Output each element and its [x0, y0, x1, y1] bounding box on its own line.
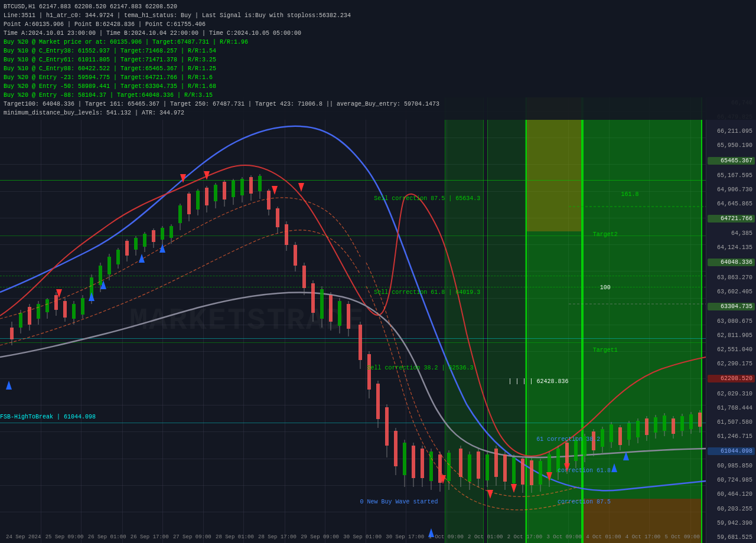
- price-62811: 62,811.905: [708, 332, 755, 339]
- svg-rect-101: [459, 449, 462, 477]
- header-line12: minimum_distance_buy_levels: 541.132 | A…: [4, 109, 752, 117]
- svg-rect-23: [107, 257, 111, 274]
- time-7: 29 Sep 09:00: [301, 534, 339, 540]
- time-16: 5 Oct 09:00: [665, 534, 700, 540]
- svg-rect-107: [485, 454, 489, 480]
- svg-rect-75: [338, 301, 341, 326]
- svg-rect-63: [285, 224, 288, 245]
- svg-rect-31: [143, 234, 146, 247]
- header-line1: Line:3511 | h1_atr_c0: 344.9724 | tema_h…: [4, 11, 752, 20]
- svg-rect-85: [385, 407, 389, 446]
- header-line3: Time A:2024.10.01 23:00:00 | Time B:2024…: [4, 29, 752, 38]
- price-64048: 64048.336: [708, 259, 755, 266]
- price-60985: 60,985.850: [708, 463, 755, 469]
- svg-rect-15: [72, 304, 76, 319]
- svg-rect-11: [54, 295, 58, 310]
- info-overlay: BTCUSD,H1 62147.883 62208.520 62147.883 …: [0, 0, 756, 120]
- time-12: 2 Oct 17:00: [507, 534, 542, 540]
- svg-rect-59: [267, 191, 271, 210]
- svg-rect-145: [654, 417, 657, 433]
- header-line9: Buy %20 @ Entry -50: 58989.441 | Target:…: [4, 82, 752, 91]
- price-62551: 62,551.040: [708, 346, 755, 353]
- svg-rect-117: [530, 460, 533, 485]
- price-fsb: 61044.098: [708, 447, 755, 455]
- svg-rect-137: [618, 427, 622, 445]
- time-8: 30 Sep 01:00: [343, 534, 382, 540]
- svg-rect-49: [223, 182, 226, 199]
- header-line5: Buy %10 @ C_Entry38: 61552.937 | Target:…: [4, 47, 752, 55]
- svg-rect-35: [161, 228, 164, 240]
- svg-rect-135: [610, 424, 613, 442]
- time-5: 28 Sep 01:00: [216, 534, 254, 540]
- svg-rect-61: [276, 208, 279, 227]
- svg-rect-1: [10, 328, 14, 339]
- svg-rect-125: [565, 443, 569, 466]
- time-axis: 24 Sep 2024 25 Sep 09:00 26 Sep 01:00 26…: [0, 531, 706, 543]
- svg-rect-57: [258, 176, 262, 191]
- time-1: 25 Sep 09:00: [45, 534, 84, 540]
- price-61507: 61,507.580: [708, 419, 755, 426]
- price-64721: 64721.766: [708, 215, 755, 223]
- svg-rect-141: [636, 421, 640, 437]
- svg-rect-13: [63, 301, 67, 318]
- price-62290: 62,290.175: [708, 361, 755, 367]
- svg-rect-53: [240, 179, 244, 195]
- sell-arrow-3: [272, 186, 278, 195]
- header-line6: Buy %10 @ C_Entry61: 61011.805 | Target:…: [4, 55, 752, 64]
- sell-arrow-4: [298, 183, 304, 192]
- svg-rect-73: [329, 295, 333, 322]
- svg-rect-17: [81, 298, 84, 315]
- svg-rect-83: [376, 384, 380, 419]
- header-line8: Buy %20 @ Entry -23: 59594.775 | Target:…: [4, 73, 752, 82]
- svg-rect-67: [302, 266, 306, 288]
- svg-rect-43: [196, 191, 200, 210]
- time-9: 30 Sep 17:00: [386, 534, 424, 540]
- price-66211: 66,211.095: [708, 128, 755, 135]
- price-60464: 60,464.120: [708, 491, 755, 498]
- time-10: 1 Oct 09:00: [428, 534, 463, 540]
- svg-rect-79: [359, 325, 362, 360]
- svg-rect-3: [19, 313, 22, 328]
- svg-rect-123: [556, 449, 560, 472]
- price-62029: 62,029.310: [708, 391, 755, 397]
- svg-rect-103: [468, 454, 471, 482]
- candlestick-group: [10, 174, 702, 493]
- price-61768: 61,768.444: [708, 405, 755, 411]
- time-4: 27 Sep 09:00: [173, 534, 211, 540]
- price-current: 62208.520: [708, 375, 755, 382]
- svg-rect-127: [574, 440, 578, 461]
- price-63602: 63,602.405: [708, 289, 755, 295]
- black-ma-curve: [0, 292, 706, 457]
- price-64645: 64,645.865: [708, 201, 755, 207]
- header-line4: Buy %20 @ Market price or at: 60135.906 …: [4, 38, 752, 47]
- chart-area: MARKETSTRADE: [0, 97, 706, 543]
- price-60203: 60,203.255: [708, 506, 755, 512]
- red-envelope-lower: [0, 230, 360, 345]
- main-chart-svg: [0, 97, 706, 543]
- header-line11: Target100: 64048.336 | Target 161: 65465…: [4, 100, 752, 109]
- price-61246: 61,246.715: [708, 433, 755, 440]
- header-title: BTCUSD,H1 62147.883 62208.520 62147.883 …: [4, 2, 752, 11]
- buy-arrow-8: [611, 463, 617, 472]
- time-13: 3 Oct 09:00: [546, 534, 581, 540]
- time-14: 4 Oct 01:00: [586, 534, 621, 540]
- time-6: 28 Sep 17:00: [258, 534, 296, 540]
- header-line10: Buy %20 @ Entry -88: 58104.37 | Target:6…: [4, 91, 752, 100]
- price-59942: 59,942.390: [708, 520, 755, 526]
- red-envelope-right-lower: [366, 286, 579, 510]
- blue-ma-curve: [0, 126, 706, 491]
- time-0: 24 Sep 2024: [6, 534, 41, 540]
- svg-rect-151: [680, 416, 684, 431]
- svg-rect-45: [205, 188, 208, 205]
- time-15: 4 Oct 17:00: [625, 534, 660, 540]
- svg-rect-81: [367, 354, 371, 390]
- sell-arrow-8: [511, 484, 517, 493]
- price-63080: 63,080.675: [708, 318, 755, 325]
- price-65465: 65465.367: [708, 157, 755, 165]
- svg-rect-89: [403, 443, 406, 475]
- svg-rect-37: [170, 226, 173, 238]
- svg-rect-77: [347, 304, 350, 329]
- price-65950: 65,950.190: [708, 142, 755, 149]
- price-63863: 63,863.270: [708, 274, 755, 281]
- svg-rect-9: [45, 299, 49, 312]
